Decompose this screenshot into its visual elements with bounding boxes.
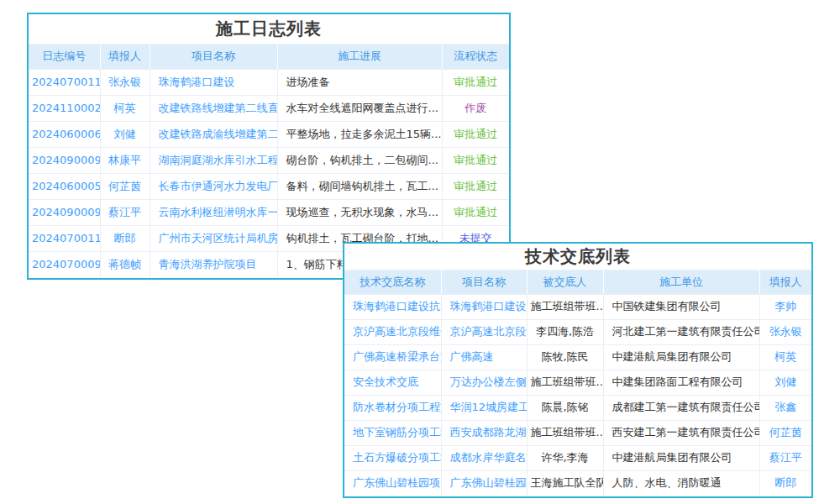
table-row: 广佛高速桥梁承台施...广佛高速陈牧,陈民中建港航局集团有限公司柯英 (344, 344, 811, 370)
cell-unit: 中建港航局集团有限公司 (603, 445, 759, 470)
column-header-disclosure-name: 技术交底名称 (344, 270, 441, 294)
cell-log-no[interactable]: 2024070009 (29, 251, 100, 277)
table-row: 安全技术交底万达办公楼左侧A...施工班组带班...中建集团路面工程有限公司刘健 (344, 370, 811, 395)
cell-reporter[interactable]: 断郎 (100, 225, 150, 251)
cell-name[interactable]: 广东佛山碧桂园项目... (344, 470, 441, 496)
cell-progress: 现场巡查，无积水现象，水马... (277, 199, 442, 225)
cell-progress: 进场准备 (277, 69, 442, 95)
cell-name[interactable]: 安全技术交底 (344, 370, 441, 395)
cell-project[interactable]: 长春市伊通河水力发电厂... (150, 173, 277, 199)
table-row: 京沪高速北京段维修...京沪高速北京段维修李四海,陈浩河北建工第一建筑有限责任公… (344, 319, 811, 344)
cell-reporter[interactable]: 张永银 (759, 319, 811, 344)
cell-unit: 人防、水电、消防暖通 (603, 470, 759, 496)
cell-log-no[interactable]: 2024070011 (29, 225, 100, 251)
column-header-progress: 施工进展 (277, 45, 442, 69)
column-header-log-no: 日志编号 (29, 45, 100, 69)
cell-project[interactable]: 成都水岸华庭名苑... (441, 445, 527, 470)
cell-progress: 备料，砌间墙钩机排土，瓦工... (277, 173, 442, 199)
cell-project[interactable]: 云南水利枢纽潜明水库一... (150, 199, 277, 225)
cell-progress: 砌台阶，钩机排土，二包砌间... (277, 147, 442, 173)
column-header-project: 项目名称 (441, 270, 527, 294)
cell-briefed: 施工班组带班... (527, 370, 603, 395)
cell-project[interactable]: 华润12城房建工... (441, 395, 527, 420)
table-row: 防水卷材分项工程施...华润12城房建工...陈晨,陈铭成都建工第一建筑有限责任… (344, 395, 811, 420)
cell-briefed: 陈晨,陈铭 (527, 395, 603, 420)
cell-briefed: 王海施工队全队 (527, 470, 603, 496)
column-header-reporter: 填报人 (759, 270, 811, 294)
cell-status: 审批通过 (442, 147, 509, 173)
cell-reporter[interactable]: 刘健 (100, 121, 150, 147)
cell-reporter[interactable]: 林康平 (100, 147, 150, 173)
cell-project[interactable]: 湖南洞庭湖水库引水工程... (150, 147, 277, 173)
cell-briefed: 施工班组带班... (527, 294, 603, 319)
cell-project[interactable]: 京沪高速北京段维修 (441, 319, 527, 344)
tech-disclosure-title: 技术交底列表 (344, 244, 811, 270)
table-row: 地下室钢筋分项工程...西安成都路龙湖上...施工班组带班...西安建工第一建筑… (344, 420, 811, 445)
table-row: 2024070011张永银珠海鹤港口建设进场准备审批通过 (29, 69, 509, 95)
cell-name[interactable]: 土石方爆破分项工程... (344, 445, 441, 470)
cell-project[interactable]: 万达办公楼左侧A... (441, 370, 527, 395)
cell-name[interactable]: 地下室钢筋分项工程... (344, 420, 441, 445)
cell-name[interactable]: 京沪高速北京段维修... (344, 319, 441, 344)
table-row: 2024090009蔡江平云南水利枢纽潜明水库一...现场巡查，无积水现象，水马… (29, 199, 509, 225)
cell-log-no[interactable]: 2024070011 (29, 69, 100, 95)
tech-disclosure-table: 技术交底名称 项目名称 被交底人 施工单位 填报人 珠海鹤港口建设抗浮...珠海… (344, 270, 811, 496)
cell-reporter[interactable]: 柯英 (100, 95, 150, 121)
construction-log-panel: 施工日志列表 日志编号 填报人 项目名称 施工进展 流程状态 202407001… (27, 13, 511, 280)
cell-briefed: 许华,李海 (527, 445, 603, 470)
table-row: 土石方爆破分项工程...成都水岸华庭名苑...许华,李海中建港航局集团有限公司蔡… (344, 445, 811, 470)
cell-reporter[interactable]: 张永银 (100, 69, 150, 95)
table-row: 2024060005何芷茵长春市伊通河水力发电厂...备料，砌间墙钩机排土，瓦工… (29, 173, 509, 199)
cell-status: 审批通过 (442, 121, 509, 147)
construction-log-header: 日志编号 填报人 项目名称 施工进展 流程状态 (29, 45, 509, 69)
cell-reporter[interactable]: 断郎 (759, 470, 811, 496)
cell-project[interactable]: 广佛高速 (441, 344, 527, 370)
cell-log-no[interactable]: 2024090009 (29, 147, 100, 173)
cell-project[interactable]: 广州市天河区统计局机房... (150, 225, 277, 251)
cell-project[interactable]: 广东佛山碧桂园项目 (441, 470, 527, 496)
cell-reporter[interactable]: 李帅 (759, 294, 811, 319)
cell-unit: 河北建工第一建筑有限责任公司 (603, 319, 759, 344)
cell-reporter[interactable]: 何芷茵 (759, 420, 811, 445)
cell-reporter[interactable]: 蔡江平 (759, 445, 811, 470)
cell-log-no[interactable]: 2024090009 (29, 199, 100, 225)
cell-unit: 西安建工第一建筑有限责任公司 (603, 420, 759, 445)
cell-log-no[interactable]: 2024110002 (29, 95, 100, 121)
cell-project[interactable]: 珠海鹤港口建设 (441, 294, 527, 319)
column-header-project: 项目名称 (150, 45, 277, 69)
cell-progress: 平整场地，拉走多余泥土15辆... (277, 121, 442, 147)
cell-briefed: 陈牧,陈民 (527, 344, 603, 370)
cell-project[interactable]: 珠海鹤港口建设 (150, 69, 277, 95)
column-header-construction-unit: 施工单位 (603, 270, 759, 294)
cell-status: 审批通过 (442, 199, 509, 225)
cell-project[interactable]: 西安成都路龙湖上... (441, 420, 527, 445)
cell-log-no[interactable]: 2024060005 (29, 173, 100, 199)
cell-reporter[interactable]: 柯英 (759, 344, 811, 370)
table-row: 2024060006刘健改建铁路成渝线增建第二...平整场地，拉走多余泥土15辆… (29, 121, 509, 147)
cell-unit: 中国铁建集团有限公司 (603, 294, 759, 319)
cell-status: 作废 (442, 95, 509, 121)
cell-reporter[interactable]: 蒋德帧 (100, 251, 150, 277)
cell-project[interactable]: 青海洪湖养护院项目 (150, 251, 277, 277)
table-row: 2024110002柯英改建铁路线增建第二线直...水车对全线遮阳网覆盖点进行.… (29, 95, 509, 121)
cell-reporter[interactable]: 何芷茵 (100, 173, 150, 199)
cell-reporter[interactable]: 刘健 (759, 370, 811, 395)
cell-project[interactable]: 改建铁路线增建第二线直... (150, 95, 277, 121)
cell-unit: 中建集团路面工程有限公司 (603, 370, 759, 395)
cell-unit: 成都建工第一建筑有限责任公司 (603, 395, 759, 420)
construction-log-title: 施工日志列表 (29, 14, 509, 45)
cell-name[interactable]: 广佛高速桥梁承台施... (344, 344, 441, 370)
cell-project[interactable]: 改建铁路成渝线增建第二... (150, 121, 277, 147)
column-header-status: 流程状态 (442, 45, 509, 69)
tech-disclosure-panel: 技术交底列表 技术交底名称 项目名称 被交底人 施工单位 填报人 珠海鹤港口建设… (343, 242, 813, 498)
column-header-briefed-person: 被交底人 (527, 270, 603, 294)
cell-name[interactable]: 珠海鹤港口建设抗浮... (344, 294, 441, 319)
cell-unit: 中建港航局集团有限公司 (603, 344, 759, 370)
table-row: 珠海鹤港口建设抗浮...珠海鹤港口建设施工班组带班...中国铁建集团有限公司李帅 (344, 294, 811, 319)
cell-name[interactable]: 防水卷材分项工程施... (344, 395, 441, 420)
cell-briefed: 李四海,陈浩 (527, 319, 603, 344)
cell-log-no[interactable]: 2024060006 (29, 121, 100, 147)
cell-reporter[interactable]: 张鑫 (759, 395, 811, 420)
column-header-reporter: 填报人 (100, 45, 150, 69)
cell-reporter[interactable]: 蔡江平 (100, 199, 150, 225)
